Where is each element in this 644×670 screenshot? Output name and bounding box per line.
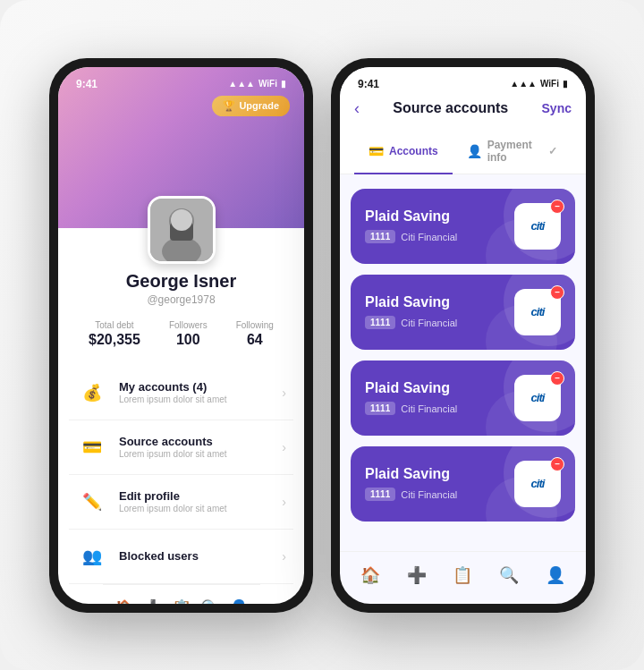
phone1-frame: 9:41 ▲▲▲ WiFi ▮ 🏆 Upgrade [49, 58, 313, 613]
stat-value-followers: 100 [169, 332, 208, 348]
account-number-badge-2: 1111 [365, 316, 395, 329]
menu-title-blocked: Blocked users [119, 549, 282, 563]
status-icons-phone2: ▲▲▲ WiFi ▮ [510, 79, 568, 89]
check-icon: ✓ [548, 145, 557, 157]
sync-button[interactable]: Sync [542, 101, 572, 115]
tab-accounts[interactable]: 💳 Accounts [354, 130, 453, 174]
tab-payment-label: Payment info [487, 139, 543, 164]
time-phone1: 9:41 [76, 78, 97, 90]
nav-profile-phone1[interactable]: 👤 [225, 594, 253, 604]
tab-payment-icon: 👤 [467, 144, 482, 158]
profile-header: 9:41 ▲▲▲ WiFi ▮ 🏆 Upgrade [58, 67, 304, 228]
menu-item-edit-profile[interactable]: ✏️ Edit profile Lorem ipsum dolor sit am… [69, 475, 293, 530]
nav-profile-phone2[interactable]: 👤 [541, 561, 570, 589]
menu-text-blocked: Blocked users [119, 549, 282, 563]
profile-content: George Isner @george1978 Total debt $20,… [58, 228, 304, 604]
menu-item-my-accounts[interactable]: 💰 My accounts (4) Lorem ipsum dolor sit … [69, 366, 293, 420]
citi-logo-1: citi [531, 219, 545, 233]
account-card-1[interactable]: Plaid Saving 1111 Citi Financial – citi [351, 189, 575, 264]
status-bar-phone1: 9:41 ▲▲▲ WiFi ▮ [58, 67, 304, 96]
tab-payment-info[interactable]: 👤 Payment info ✓ [453, 130, 572, 174]
source-nav: ‹ Source accounts Sync [340, 96, 586, 129]
menu-icon-source: 💳 [76, 431, 108, 463]
tabs-row: 💳 Accounts 👤 Payment info ✓ [340, 129, 586, 174]
nav-search-phone1[interactable]: 🔍 [196, 594, 225, 604]
menu-text-accounts: My accounts (4) Lorem ipsum dolor sit am… [119, 380, 282, 404]
remove-badge-3[interactable]: – [550, 371, 564, 386]
account-info-3: Plaid Saving 1111 Citi Financial [365, 380, 514, 415]
account-number-badge-4: 1111 [365, 488, 395, 501]
nav-list-phone2[interactable]: 📋 [448, 561, 477, 589]
nav-search-phone2[interactable]: 🔍 [495, 561, 523, 589]
chevron-right-icon-edit: › [282, 495, 286, 509]
nav-add-phone2[interactable]: ➕ [402, 561, 431, 589]
stat-following: Following 64 [236, 320, 274, 348]
back-button[interactable]: ‹ [354, 99, 360, 118]
signal-icon: ▲▲▲ [228, 79, 255, 89]
account-bank-3: Citi Financial [401, 403, 457, 414]
stat-followers: Followers 100 [169, 320, 208, 348]
chevron-right-icon-source: › [282, 440, 286, 454]
remove-badge-2[interactable]: – [550, 285, 564, 300]
account-card-3[interactable]: Plaid Saving 1111 Citi Financial – citi [351, 360, 575, 436]
tab-accounts-icon: 💳 [369, 144, 384, 158]
wifi-icon: WiFi [258, 79, 277, 89]
tab-accounts-label: Accounts [389, 145, 438, 157]
account-name-2: Plaid Saving [365, 294, 514, 310]
account-card-2[interactable]: Plaid Saving 1111 Citi Financial – citi [351, 275, 575, 350]
accounts-list: Plaid Saving 1111 Citi Financial – citi … [340, 174, 586, 551]
profile-handle: @george1978 [147, 293, 215, 306]
menu-list: 💰 My accounts (4) Lorem ipsum dolor sit … [58, 366, 304, 584]
account-number-badge-3: 1111 [365, 402, 395, 415]
upgrade-button[interactable]: 🏆 Upgrade [212, 96, 290, 116]
menu-item-blocked-users[interactable]: 👥 Blocked users › [69, 530, 293, 584]
bottom-nav-phone1: 🏠 ➕ 📋 🔍 👤 [103, 584, 260, 604]
stat-label-following: Following [236, 320, 274, 330]
menu-title-accounts: My accounts (4) [119, 380, 282, 394]
bank-logo-wrap-1: – citi [514, 203, 561, 250]
nav-home-phone1[interactable]: 🏠 [110, 594, 139, 604]
account-number-row-1: 1111 Citi Financial [365, 230, 514, 243]
nav-add-phone1[interactable]: ➕ [139, 594, 167, 604]
crown-icon: 🏆 [223, 100, 235, 112]
avatar-image [150, 199, 213, 261]
stat-value-debt: $20,355 [89, 332, 140, 348]
time-phone2: 9:41 [358, 78, 379, 90]
account-info-1: Plaid Saving 1111 Citi Financial [365, 208, 514, 243]
avatar-svg [150, 196, 213, 264]
source-accounts-header: 9:41 ▲▲▲ WiFi ▮ ‹ Source accounts Sync 💳 [340, 67, 586, 174]
account-bank-2: Citi Financial [401, 318, 457, 328]
menu-text-source: Source accounts Lorem ipsum dolor sit am… [119, 435, 282, 459]
account-name-1: Plaid Saving [365, 208, 514, 225]
account-card-4[interactable]: Plaid Saving 1111 Citi Financial – citi [351, 446, 575, 522]
remove-badge-1[interactable]: – [550, 199, 564, 214]
account-bank-4: Citi Financial [401, 489, 457, 500]
menu-subtitle-source: Lorem ipsum dolor sit amet [119, 449, 282, 459]
remove-badge-4[interactable]: – [550, 457, 564, 471]
nav-home-phone2[interactable]: 🏠 [356, 561, 385, 589]
stat-value-following: 64 [236, 332, 274, 348]
bottom-nav-phone2: 🏠 ➕ 📋 🔍 👤 [340, 551, 586, 604]
menu-title-source: Source accounts [119, 435, 282, 448]
menu-icon-blocked: 👥 [76, 540, 108, 572]
upgrade-label: Upgrade [239, 100, 279, 111]
nav-list-phone1[interactable]: 📋 [167, 594, 196, 604]
source-accounts-title: Source accounts [393, 100, 508, 116]
account-number-badge-1: 1111 [365, 230, 395, 243]
phone1-screen: 9:41 ▲▲▲ WiFi ▮ 🏆 Upgrade [58, 67, 304, 604]
menu-icon-accounts: 💰 [76, 377, 108, 409]
profile-name: George Isner [126, 271, 236, 292]
battery-icon: ▮ [281, 79, 286, 89]
account-number-row-4: 1111 Citi Financial [365, 488, 514, 501]
svg-point-4 [171, 209, 192, 231]
menu-item-source-accounts[interactable]: 💳 Source accounts Lorem ipsum dolor sit … [69, 420, 293, 475]
bank-logo-wrap-3: – citi [514, 375, 561, 421]
account-number-row-2: 1111 Citi Financial [365, 316, 514, 329]
avatar [148, 196, 216, 264]
account-info-4: Plaid Saving 1111 Citi Financial [365, 466, 514, 501]
stats-row: Total debt $20,355 Followers 100 Followi… [58, 320, 304, 348]
scene: 9:41 ▲▲▲ WiFi ▮ 🏆 Upgrade [0, 0, 644, 670]
account-name-4: Plaid Saving [365, 466, 514, 482]
chevron-right-icon-blocked: › [282, 549, 286, 564]
citi-logo-2: citi [531, 305, 545, 318]
